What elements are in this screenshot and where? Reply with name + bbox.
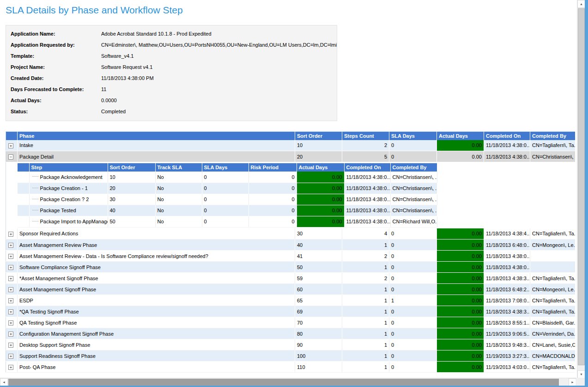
expand-icon[interactable]: +: [8, 243, 13, 248]
step-table-host-row: StepSort OrderTrack SLASLA DaysRisk Peri…: [6, 162, 576, 228]
phase-table-header-row: PhaseSort OrderSteps CountSLA DaysActual…: [6, 132, 576, 140]
info-row: Days Forecasted to Complete:11: [11, 86, 337, 92]
completed-by: CN=Christiansen\, ...: [390, 183, 437, 194]
sla-days: 0: [389, 262, 437, 273]
column-header: Completed On: [484, 132, 530, 140]
expand-icon[interactable]: +: [8, 309, 13, 314]
phase-table: PhaseSort OrderSteps CountSLA DaysActual…: [6, 131, 575, 373]
step-row: Package Tested40No000.0011/18/2013 4:38:…: [18, 205, 437, 216]
scroll-up-icon[interactable]: ▲: [577, 0, 585, 8]
actual-days: 0.00: [437, 228, 484, 240]
tree-line-icon: [32, 221, 38, 222]
track-sla: No: [155, 183, 202, 194]
steps-count: 1: [342, 339, 389, 350]
sort-order: 70: [295, 317, 342, 328]
sla-days: 0: [202, 194, 249, 205]
sla-days: 0: [389, 273, 437, 284]
step-name: Package Tested: [29, 205, 108, 216]
sort-order: 90: [295, 339, 342, 350]
expand-icon[interactable]: +: [8, 365, 13, 370]
sla-days: 0: [202, 205, 249, 216]
expander-cell: +: [6, 317, 18, 328]
expand-icon[interactable]: +: [8, 287, 13, 292]
sla-days: 0: [389, 328, 437, 339]
phase-row: +Asset Management Signoff Phase60100.001…: [6, 284, 576, 295]
phase-row: +Asset Management Review Phase40100.0011…: [6, 240, 576, 251]
column-header: Completed By: [390, 163, 437, 172]
info-label: Days Forecasted to Complete:: [11, 86, 101, 92]
phase-name: *QA Testing Signoff Phase: [18, 306, 295, 317]
completed-on: 11/18/2013 9:48:3...: [484, 339, 530, 350]
risk-period: 0: [249, 205, 297, 216]
track-sla: No: [155, 194, 202, 205]
completed-on: 11/18/2013 4:38:0...: [484, 251, 530, 262]
column-header: Completed On: [344, 163, 390, 172]
sort-order: 80: [295, 328, 342, 339]
phase-name: Sponsor Required Actions: [18, 228, 295, 240]
scroll-left-icon[interactable]: ◄: [0, 378, 8, 386]
window-frame-right: [585, 0, 588, 387]
sort-order: 69: [295, 306, 342, 317]
actual-days: 0.00: [437, 295, 484, 306]
phase-name: Asset Management Review Phase: [18, 240, 295, 251]
sla-days: 0: [389, 306, 437, 317]
expand-icon[interactable]: +: [8, 298, 13, 303]
completed-on: 11/18/2013 6:48:2...: [484, 284, 530, 295]
actual-days: 0.00: [437, 339, 484, 350]
expander-cell: +: [6, 350, 18, 362]
expand-icon[interactable]: +: [8, 143, 13, 148]
completed-by: CN=Christiansen\, ...: [390, 172, 437, 183]
sla-days: 0: [202, 172, 249, 183]
expand-icon[interactable]: +: [8, 343, 13, 348]
info-value: Adobe Acrobat Standard 10.1.8 - Prod Exp…: [101, 31, 337, 37]
scroll-down-icon[interactable]: ▼: [577, 370, 585, 378]
expander-cell: +: [6, 251, 18, 262]
completed-by: CN=Tagliaferri\, Ta...: [530, 228, 576, 240]
phase-row: +Support Readiness Signoff Phase100100.0…: [6, 350, 576, 362]
page-title: SLA Details by Phase and Workflow Step: [6, 5, 575, 16]
horizontal-scrollbar[interactable]: ◄ ►: [0, 378, 576, 386]
expander-cell: +: [6, 262, 18, 273]
phase-row: −Package Detail20500.0011/18/2013 4:38:0…: [6, 151, 576, 162]
risk-period: 0: [249, 194, 297, 205]
phase-name: Desktop Support Signoff Phase: [18, 339, 295, 350]
expand-icon[interactable]: +: [8, 354, 13, 359]
sla-days: 0: [389, 350, 437, 362]
info-label: Application Requested by:: [11, 42, 101, 48]
info-value: Completed: [101, 109, 337, 115]
vertical-scrollbar-thumb[interactable]: [578, 8, 585, 365]
phase-row: +Desktop Support Signoff Phase90100.0011…: [6, 339, 576, 350]
info-value: Software Request v4.1: [101, 64, 337, 70]
sort-order: 59: [295, 273, 342, 284]
expander-cell: +: [6, 306, 18, 317]
column-header: Actual Days: [437, 132, 484, 140]
steps-count: 2: [342, 273, 389, 284]
actual-days: 0.00: [437, 362, 484, 373]
expand-icon[interactable]: +: [8, 320, 13, 326]
expander-cell: +: [6, 273, 18, 284]
expand-icon[interactable]: +: [8, 232, 13, 237]
scroll-right-icon[interactable]: ►: [569, 378, 576, 386]
info-value: 11: [101, 86, 337, 92]
expand-icon[interactable]: +: [8, 265, 13, 270]
actual-days: 0.00: [437, 251, 484, 262]
step-row: Package Import to AppManager50No000.0011…: [18, 216, 437, 227]
tree-line-icon: [32, 188, 38, 189]
track-sla: No: [155, 205, 202, 216]
vertical-scrollbar[interactable]: ▲ ▼: [577, 0, 585, 378]
completed-by: CN=Christiansen\, ...: [390, 194, 437, 205]
column-header-blank: [6, 132, 18, 140]
steps-count: 1: [342, 328, 389, 339]
expand-icon[interactable]: +: [8, 332, 13, 337]
expander-cell: +: [6, 240, 18, 251]
sort-order: 20: [295, 151, 342, 162]
expand-icon[interactable]: +: [8, 254, 13, 259]
completed-on: 11/18/2013 4:38:3...: [484, 273, 530, 284]
expander-cell: +: [6, 295, 18, 306]
column-header: SLA Days: [202, 163, 249, 172]
completed-by: CN=Christiansen\, ...: [390, 205, 437, 216]
horizontal-scrollbar-thumb[interactable]: [8, 379, 559, 386]
expand-icon[interactable]: +: [8, 276, 13, 281]
collapse-icon[interactable]: −: [8, 154, 13, 160]
column-header: Track SLA: [155, 163, 202, 172]
